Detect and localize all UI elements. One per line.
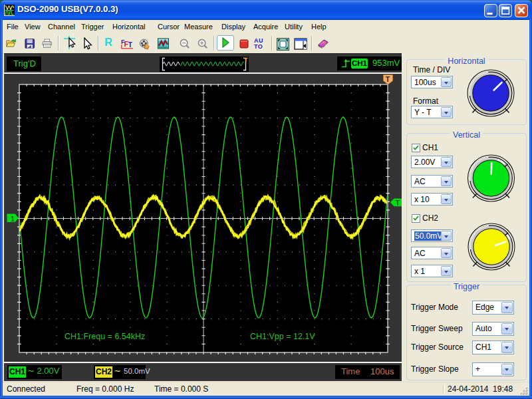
- svg-text:T: T: [386, 75, 390, 83]
- svg-text:T: T: [128, 41, 132, 49]
- svg-text:T: T: [396, 199, 400, 207]
- svg-text:CH1:Vpp = 12.1V: CH1:Vpp = 12.1V: [250, 332, 315, 341]
- svg-text:1: 1: [11, 215, 15, 223]
- svg-text:CH1:Frequ = 6.54kHz: CH1:Frequ = 6.54kHz: [65, 332, 145, 341]
